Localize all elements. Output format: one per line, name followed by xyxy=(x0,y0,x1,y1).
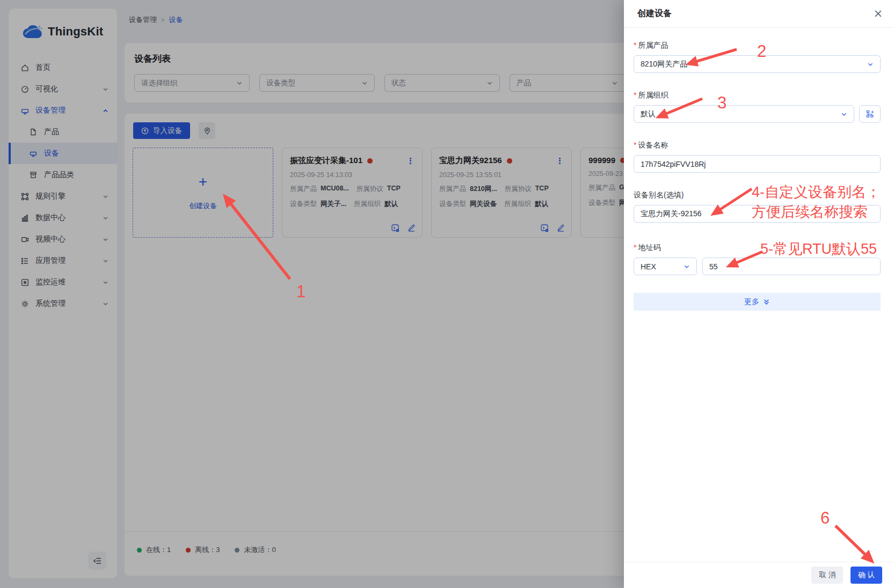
address-code-input[interactable] xyxy=(702,258,881,275)
device-alias-label: 设备别名(选填) xyxy=(634,190,881,200)
double-chevron-down-icon xyxy=(763,298,770,305)
field-product: 所属产品 8210网关产品 xyxy=(634,41,881,73)
organization-select[interactable]: 默认 xyxy=(634,105,854,123)
chevron-down-icon xyxy=(684,263,690,270)
product-select[interactable]: 8210网关产品 xyxy=(634,55,881,73)
drawer-title: 创建设备 xyxy=(637,8,672,19)
add-organization-button[interactable] xyxy=(859,105,881,123)
drawer-body: 所属产品 8210网关产品 所属组织 默认 xyxy=(624,28,894,562)
drawer-footer: 取 消 确 认 xyxy=(624,562,894,588)
more-options-toggle[interactable]: 更多 xyxy=(634,293,881,311)
drawer-header: 创建设备 xyxy=(624,0,894,28)
chevron-down-icon xyxy=(867,61,874,68)
close-icon[interactable] xyxy=(874,10,882,18)
field-organization: 所属组织 默认 xyxy=(634,91,881,123)
field-address-code: 地址码 HEX xyxy=(634,243,881,275)
organization-label: 所属组织 xyxy=(634,91,881,100)
chevron-down-icon xyxy=(841,111,847,117)
create-device-drawer: 创建设备 所属产品 8210网关产品 所属组织 默认 xyxy=(624,0,894,588)
field-device-alias: 设备别名(选填) xyxy=(634,190,881,223)
address-mode-select[interactable]: HEX xyxy=(634,258,697,275)
address-code-label: 地址码 xyxy=(634,243,881,253)
app-root: ThingsKit 首页 可视化 设备管理 产品 xyxy=(0,0,894,588)
device-alias-input[interactable] xyxy=(634,205,881,223)
product-label: 所属产品 xyxy=(634,41,881,50)
field-device-name: 设备名称 xyxy=(634,141,881,173)
org-tree-icon xyxy=(866,110,874,118)
device-name-label: 设备名称 xyxy=(634,141,881,150)
cancel-button[interactable]: 取 消 xyxy=(811,567,843,584)
device-name-input[interactable] xyxy=(634,155,881,173)
confirm-button[interactable]: 确 认 xyxy=(851,567,882,584)
